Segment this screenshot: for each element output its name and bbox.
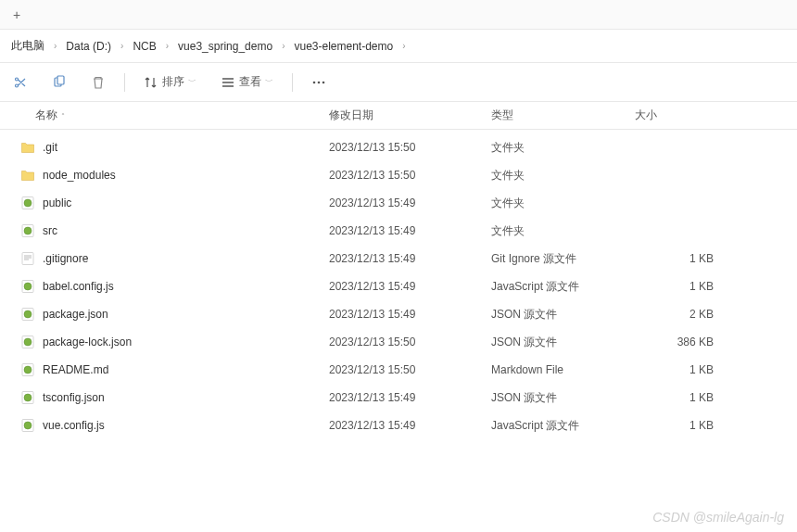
file-icon [20,251,35,266]
svg-point-11 [24,283,32,290]
file-size: 1 KB [635,419,788,432]
file-type: Markdown File [491,363,635,376]
file-type: JSON 源文件 [491,335,635,350]
svg-point-15 [24,338,32,346]
column-name-label: 名称 [35,108,57,123]
file-name: .git [43,141,57,154]
file-size: 386 KB [635,336,788,348]
new-tab-button[interactable]: + [7,6,26,24]
svg-point-13 [24,310,32,318]
file-name: .gitignore [43,252,88,265]
js-icon [20,362,35,377]
separator [292,73,293,92]
list-icon [221,75,235,90]
file-type: JSON 源文件 [491,390,635,406]
file-date: 2023/12/13 15:50 [329,169,491,182]
file-row[interactable]: README.md2023/12/13 15:50Markdown File1 … [0,356,797,384]
file-date: 2023/12/13 15:50 [329,141,491,154]
file-type: 文件夹 [491,196,635,211]
breadcrumb-item[interactable]: vue3_spring_demo [178,40,272,53]
more-button[interactable] [306,71,332,94]
svg-point-8 [24,227,32,234]
column-header-size[interactable]: 大小 [635,108,788,123]
file-date: 2023/12/13 15:50 [329,363,491,376]
file-type: JavaScript 源文件 [491,418,635,434]
chevron-down-icon: ﹀ [265,76,273,88]
sort-label: 排序 [162,74,184,90]
file-name: README.md [43,363,108,376]
js-icon [20,335,35,349]
file-date: 2023/12/13 15:49 [329,308,491,321]
file-name: src [43,224,57,237]
column-header-type[interactable]: 类型 [491,108,635,123]
file-row[interactable]: package-lock.json2023/12/13 15:50JSON 源文… [0,328,797,356]
file-name: vue.config.js [43,419,105,432]
file-size: 1 KB [635,391,788,404]
chevron-right-icon[interactable]: › [397,41,411,51]
folder-icon [20,168,35,183]
chevron-right-icon[interactable]: › [276,41,290,51]
file-type: 文件夹 [491,140,635,156]
js-icon [20,196,35,210]
delete-button[interactable] [85,71,111,94]
chevron-right-icon[interactable]: › [115,41,129,51]
breadcrumb: 此电脑 › Data (D:) › NCB › vue3_spring_demo… [0,30,797,63]
file-row[interactable]: tsconfig.json2023/12/13 15:49JSON 源文件1 K… [0,384,797,412]
file-type: Git Ignore 源文件 [491,251,635,267]
file-type: 文件夹 [491,168,635,184]
js-icon [20,223,35,238]
file-type: 文件夹 [491,223,635,239]
file-row[interactable]: .gitignore2023/12/13 15:49Git Ignore 源文件… [0,245,797,272]
file-size: 2 KB [635,308,788,321]
chevron-right-icon[interactable]: › [48,41,62,51]
js-icon [20,279,35,294]
column-headers: 名称 ˄ 修改日期 类型 大小 [0,102,797,130]
toolbar: 排序 ﹀ 查看 ﹀ [0,63,797,102]
js-icon [20,390,35,405]
column-header-name[interactable]: 名称 ˄ [0,108,329,123]
file-name: package-lock.json [43,336,132,348]
breadcrumb-item[interactable]: vue3-element-demo [294,40,393,53]
file-row[interactable]: node_modules2023/12/13 15:50文件夹 [0,161,797,189]
file-date: 2023/12/13 15:49 [329,252,491,265]
file-date: 2023/12/13 15:49 [329,391,491,404]
chevron-right-icon[interactable]: › [160,41,174,51]
cut-button[interactable] [7,71,33,94]
file-row[interactable]: babel.config.js2023/12/13 15:49JavaScrip… [0,272,797,300]
tab-bar: + [0,0,797,30]
folder-icon [20,140,35,155]
breadcrumb-item[interactable]: NCB [133,40,156,53]
file-row[interactable]: src2023/12/13 15:49文件夹 [0,217,797,245]
file-row[interactable]: public2023/12/13 15:49文件夹 [0,189,797,217]
file-row[interactable]: .git2023/12/13 15:50文件夹 [0,133,797,161]
caret-up-icon: ˄ [61,112,69,120]
file-date: 2023/12/13 15:49 [329,280,491,293]
column-header-date[interactable]: 修改日期 [329,108,491,123]
file-type: JSON 源文件 [491,307,635,323]
file-row[interactable]: vue.config.js2023/12/13 15:49JavaScript … [0,412,797,439]
file-date: 2023/12/13 15:49 [329,224,491,237]
svg-point-6 [24,199,32,207]
chevron-down-icon: ﹀ [188,76,196,88]
breadcrumb-item[interactable]: 此电脑 [11,38,44,54]
svg-point-4 [323,81,325,83]
file-size: 1 KB [635,252,788,265]
watermark: CSDN @smileAgain-lg [652,510,784,525]
file-date: 2023/12/13 15:49 [329,196,491,209]
file-size: 1 KB [635,363,788,376]
file-row[interactable]: package.json2023/12/13 15:49JSON 源文件2 KB [0,300,797,328]
js-icon [20,307,35,322]
file-name: package.json [43,308,108,321]
trash-icon [91,75,106,90]
svg-rect-1 [57,76,64,84]
copy-button[interactable] [46,71,72,94]
svg-point-17 [24,366,32,374]
view-button[interactable]: 查看 ﹀ [215,70,279,94]
file-name: node_modules [43,169,116,182]
file-name: babel.config.js [43,280,114,293]
sort-button[interactable]: 排序 ﹀ [138,70,202,94]
js-icon [20,418,35,433]
breadcrumb-item[interactable]: Data (D:) [66,40,111,53]
scissors-icon [13,75,28,90]
file-date: 2023/12/13 15:50 [329,336,491,348]
